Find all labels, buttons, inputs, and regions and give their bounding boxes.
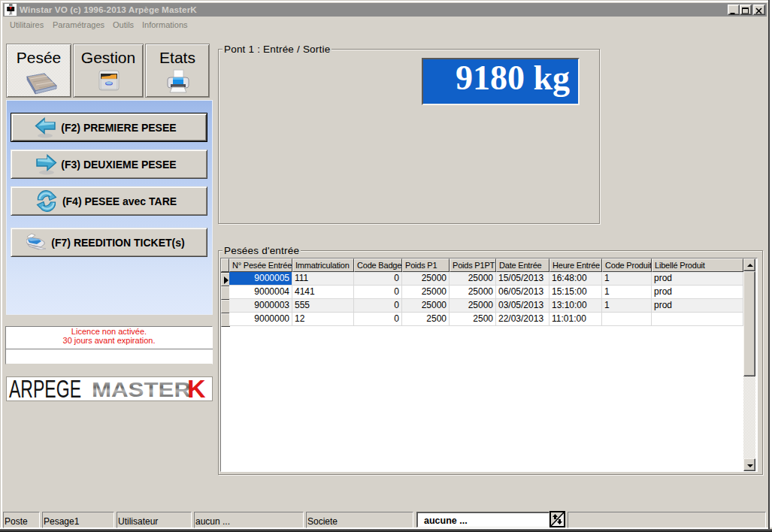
svg-text:MASTER: MASTER bbox=[92, 378, 191, 401]
svg-text:K: K bbox=[187, 377, 206, 401]
svg-text:ARPEGE: ARPEGE bbox=[9, 377, 81, 401]
